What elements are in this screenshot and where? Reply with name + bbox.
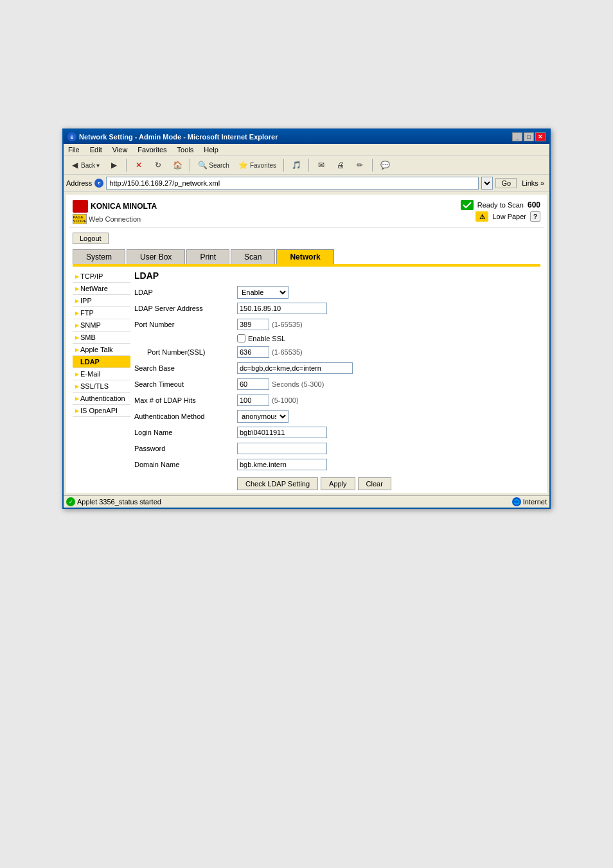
ldap-form-area: LDAP LDAP Enable Disable LDAP Server Add… — [130, 270, 540, 490]
ldap-maxhits-label: Max # of LDAP Hits — [134, 396, 237, 404]
favorites-icon: ⭐ — [238, 160, 249, 170]
ldap-row-ssl: Enable SSL — [134, 334, 537, 342]
status-row-2: ⚠ Low Paper ? — [475, 211, 540, 222]
ldap-maxhits-input[interactable] — [237, 394, 269, 406]
ldap-searchbase-label: Search Base — [134, 364, 237, 372]
ldap-row-password: Password — [134, 442, 537, 455]
ldap-row-authmethod: Authentication Method anonymous simple S… — [134, 410, 537, 423]
restore-button[interactable]: □ — [524, 132, 534, 141]
ldap-timeout-input[interactable] — [237, 378, 269, 390]
km-sub: PAGESCOPE Web Connection — [73, 214, 157, 224]
apply-button[interactable]: Apply — [321, 477, 355, 490]
address-bar: Address e Go Links » — [64, 175, 549, 192]
web-connection-label: Web Connection — [89, 215, 141, 223]
km-logo-text: KONICA MINOLTA — [91, 202, 157, 211]
title-bar-buttons: _ □ ✕ — [512, 132, 546, 141]
tab-print[interactable]: Print — [186, 249, 229, 264]
menu-bar: File Edit View Favorites Tools Help — [64, 144, 549, 156]
tab-system[interactable]: System — [73, 249, 125, 264]
sidebar-item-appletalk[interactable]: Apple Talk — [73, 344, 130, 356]
ldap-port-input[interactable] — [237, 319, 269, 330]
mail-icon: ✉ — [316, 160, 326, 170]
ldap-loginname-label: Login Name — [134, 429, 237, 436]
menu-tools[interactable]: Tools — [175, 145, 196, 154]
tab-userbox[interactable]: User Box — [127, 249, 185, 264]
mail-button[interactable]: ✉ — [313, 158, 330, 172]
sidebar-item-isopenapi[interactable]: IS OpenAPI — [73, 405, 130, 417]
tab-scan[interactable]: Scan — [231, 249, 275, 264]
back-button[interactable]: ◀ Back ▾ — [66, 158, 103, 172]
ldap-authmethod-select[interactable]: anonymous simple SASL — [237, 410, 289, 423]
ldap-row-port: Port Number (1-65535) — [134, 318, 537, 331]
go-button[interactable]: Go — [495, 178, 517, 188]
toolbar: ◀ Back ▾ ▶ ✕ ↻ 🏠 🔍 Search ⭐ — [64, 156, 549, 175]
status-bar: ✓ Applet 3356_status started 🌐 Internet — [64, 495, 549, 508]
tab-network[interactable]: Network — [276, 249, 333, 264]
sidebar-item-authentication[interactable]: Authentication — [73, 393, 130, 405]
edit-icon: ✏ — [355, 160, 365, 170]
ldap-domain-label: Domain Name — [134, 461, 237, 468]
ldap-timeout-hint: Seconds (5-300) — [272, 380, 324, 388]
menu-favorites[interactable]: Favorites — [136, 145, 168, 154]
ldap-ssl-checkbox[interactable] — [237, 334, 245, 342]
sidebar-item-netware[interactable]: NetWare — [73, 283, 130, 295]
edit-button[interactable]: ✏ — [351, 158, 368, 172]
main-layout: TCP/IP NetWare IPP FTP SNMP SMB Apple Ta… — [69, 270, 544, 490]
toolbar-sep4 — [308, 159, 309, 172]
sidebar-item-ssltls[interactable]: SSL/TLS — [73, 380, 130, 393]
sidebar-item-ipp[interactable]: IPP — [73, 295, 130, 307]
logout-button[interactable]: Logout — [73, 233, 109, 244]
ldap-loginname-input[interactable] — [237, 427, 327, 438]
menu-view[interactable]: View — [111, 145, 130, 154]
status-icon: ✓ — [66, 497, 75, 506]
discuss-icon: 💬 — [380, 160, 390, 170]
sidebar-item-email[interactable]: E-Mail — [73, 368, 130, 380]
address-input[interactable] — [106, 177, 479, 190]
applet-text: Applet 3356_status started — [77, 498, 161, 506]
media-button[interactable]: 🎵 — [288, 158, 305, 172]
menu-help[interactable]: Help — [202, 145, 220, 154]
ldap-row-port-ssl: Port Number(SSL) (1-65535) — [134, 346, 537, 359]
ldap-row-server: LDAP Server Address — [134, 302, 537, 315]
ldap-domain-input[interactable] — [237, 459, 327, 470]
ldap-port-ssl-hint: (1-65535) — [272, 348, 303, 356]
print-button[interactable]: 🖨 — [332, 158, 349, 172]
forward-button[interactable]: ▶ — [105, 158, 122, 172]
search-button[interactable]: 🔍 Search — [194, 158, 233, 172]
menu-file[interactable]: File — [66, 145, 82, 154]
check-ldap-button[interactable]: Check LDAP Setting — [237, 477, 318, 490]
sidebar-item-tcpip[interactable]: TCP/IP — [73, 270, 130, 283]
ldap-authmethod-label: Authentication Method — [134, 412, 237, 420]
km-status-area: Ready to Scan 600 ⚠ Low Paper ? — [461, 200, 540, 222]
back-dropdown-icon: ▾ — [96, 162, 100, 169]
sidebar-item-smb[interactable]: SMB — [73, 332, 130, 344]
ldap-enable-select[interactable]: Enable Disable — [237, 286, 289, 299]
ldap-server-input[interactable] — [237, 303, 327, 314]
home-button[interactable]: 🏠 — [169, 158, 186, 172]
refresh-button[interactable]: ↻ — [150, 158, 166, 172]
discuss-button[interactable]: 💬 — [377, 158, 393, 172]
ready-icon — [461, 200, 474, 210]
close-button[interactable]: ✕ — [535, 132, 546, 141]
sidebar-item-ftp[interactable]: FTP — [73, 307, 130, 319]
ldap-searchbase-input[interactable] — [237, 362, 353, 374]
home-icon: 🏠 — [172, 160, 182, 170]
sidebar-item-ldap[interactable]: LDAP — [73, 356, 130, 368]
clear-button[interactable]: Clear — [358, 477, 391, 490]
stop-button[interactable]: ✕ — [130, 158, 147, 172]
sidebar-item-snmp[interactable]: SNMP — [73, 319, 130, 332]
forward-icon: ▶ — [109, 160, 119, 170]
km-logo-area: KONICA MINOLTA PAGESCOPE Web Connection — [73, 200, 157, 224]
ldap-password-input[interactable] — [237, 443, 327, 454]
nav-tabs: System User Box Print Scan Network — [69, 249, 544, 264]
toolbar-sep5 — [372, 159, 373, 172]
menu-edit[interactable]: Edit — [88, 145, 104, 154]
address-ie-icon: e — [94, 179, 103, 188]
ldap-port-ssl-input[interactable] — [237, 346, 269, 358]
address-dropdown[interactable] — [481, 177, 493, 190]
action-buttons: Check LDAP Setting Apply Clear — [134, 477, 537, 490]
favorites-button[interactable]: ⭐ Favorites — [235, 158, 280, 172]
help-icon[interactable]: ? — [530, 211, 540, 222]
minimize-button[interactable]: _ — [512, 132, 522, 141]
internet-text: 🌐 Internet — [512, 497, 547, 506]
